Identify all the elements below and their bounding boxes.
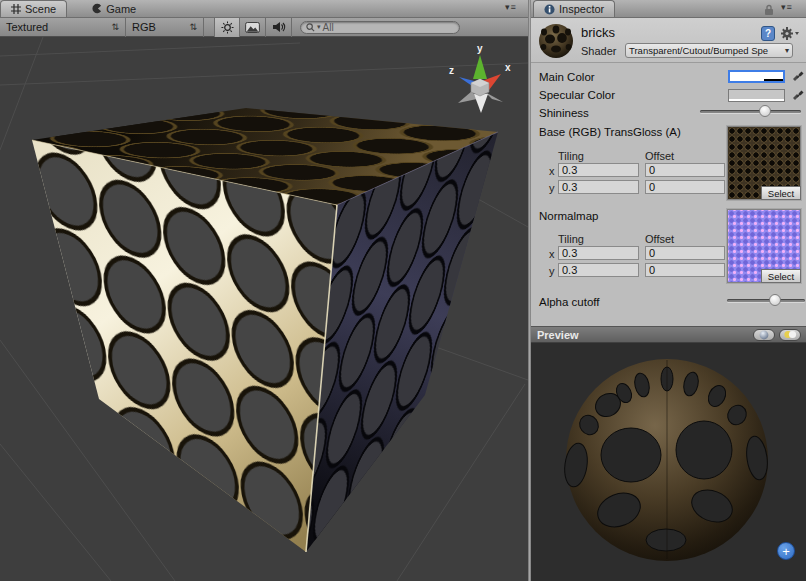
main-color-swatch[interactable]: [728, 70, 785, 83]
shininess-slider[interactable]: [700, 104, 801, 118]
base-tiling-header: Tiling: [558, 150, 584, 162]
shader-value: Transparent/Cutout/Bumped Spe: [629, 45, 768, 56]
normalmap-thumbnail[interactable]: Select: [727, 209, 801, 283]
material-header: bricks Shader Transparent/Cutout/Bumped …: [531, 18, 806, 63]
normalmap-tiling-header: Tiling: [558, 233, 584, 245]
lighting-toggle[interactable]: [214, 18, 240, 37]
material-ball-thumbnail: [537, 22, 575, 60]
base-texture-label: Base (RGB) TransGloss (A): [539, 126, 681, 138]
tab-inspector[interactable]: Inspector: [533, 0, 615, 17]
draw-mode-dropdown[interactable]: Textured ⇅: [0, 18, 126, 37]
svg-text:?: ?: [765, 28, 771, 39]
base-offset-y-field[interactable]: [645, 180, 725, 194]
base-texture-select-button[interactable]: Select: [761, 186, 801, 200]
search-filter-caret-icon: ▾: [317, 23, 321, 31]
skybox-toggle[interactable]: [240, 18, 266, 37]
color-mode-dropdown[interactable]: RGB ⇅: [126, 18, 204, 37]
gizmo-z-label: z: [449, 65, 454, 76]
preview-area[interactable]: [531, 343, 806, 581]
inspector-panel-menu-icon[interactable]: ▾≡: [781, 2, 793, 12]
alpha-cutoff-label: Alpha cutoff: [539, 296, 600, 308]
specular-color-label: Specular Color: [539, 89, 615, 101]
shader-label: Shader: [581, 45, 616, 57]
speaker-icon: [272, 21, 286, 33]
preview-sphere: [531, 343, 806, 581]
shininess-slider-thumb[interactable]: [759, 105, 771, 117]
scene-panel: Scene Game ▾≡ Textured ⇅ RGB ⇅: [0, 0, 528, 581]
specular-color-alpha-bar: [729, 99, 784, 101]
image-icon: [245, 22, 260, 33]
alpha-cutoff-slider[interactable]: [727, 293, 805, 307]
tab-game-label: Game: [106, 3, 136, 15]
search-icon: [306, 23, 315, 32]
tab-game[interactable]: Game: [81, 0, 146, 17]
color-mode-value: RGB: [132, 21, 156, 33]
main-color-label: Main Color: [539, 71, 595, 83]
normalmap-tiling-x-field[interactable]: [558, 246, 639, 260]
help-icon[interactable]: ?: [761, 26, 776, 41]
scene-toolbar: Textured ⇅ RGB ⇅: [0, 18, 528, 37]
normalmap-label: Normalmap: [539, 210, 598, 222]
base-offset-header: Offset: [645, 150, 674, 162]
tab-inspector-label: Inspector: [559, 3, 604, 15]
scene-grid-icon: [11, 4, 21, 14]
audio-toggle[interactable]: [266, 18, 292, 37]
scene-search-field[interactable]: ▾ All: [300, 21, 460, 34]
base-offset-x-field[interactable]: [645, 163, 725, 177]
preview-header[interactable]: Preview: [531, 326, 806, 343]
base-y-label: y: [549, 182, 555, 194]
base-x-label: x: [549, 165, 555, 177]
preview-title: Preview: [537, 329, 579, 341]
normalmap-offset-y-field[interactable]: [645, 263, 725, 277]
alpha-cutoff-slider-thumb[interactable]: [769, 294, 781, 306]
lock-icon[interactable]: [764, 4, 774, 16]
preview-lighting-toggle[interactable]: [779, 329, 801, 341]
gear-icon[interactable]: [780, 26, 800, 41]
shader-dropdown[interactable]: Transparent/Cutout/Bumped Spe ▾: [625, 43, 793, 58]
base-texture-thumbnail[interactable]: Select: [727, 126, 801, 200]
inspector-tabbar: Inspector ▾≡: [531, 0, 806, 18]
inspector-panel: Inspector ▾≡: [531, 0, 806, 581]
scene-viewport[interactable]: y x z: [0, 37, 528, 581]
eyedropper-icon[interactable]: [791, 69, 804, 83]
sphere-icon: [759, 330, 769, 340]
two-lights-icon: [783, 330, 797, 339]
shininess-label: Shininess: [539, 107, 589, 119]
scene-tabbar: Scene Game ▾≡: [0, 0, 528, 18]
gizmo-y-label: y: [477, 43, 483, 54]
add-button[interactable]: +: [777, 542, 795, 560]
chevron-down-icon: ▾: [785, 46, 789, 55]
tab-scene-label: Scene: [25, 3, 56, 15]
search-placeholder: All: [323, 22, 334, 33]
draw-mode-value: Textured: [6, 21, 48, 33]
tab-scene[interactable]: Scene: [0, 0, 67, 17]
game-icon: [91, 3, 102, 14]
preview-shape-toggle[interactable]: [753, 329, 775, 341]
eyedropper-icon[interactable]: [791, 88, 804, 102]
scene-3d-view: y x z: [0, 37, 528, 581]
normalmap-select-button[interactable]: Select: [761, 269, 801, 283]
normalmap-x-label: x: [549, 248, 555, 260]
updown-arrows-icon: ⇅: [189, 22, 197, 32]
material-name: bricks: [581, 25, 615, 40]
specular-color-swatch[interactable]: [728, 89, 785, 102]
unity-editor-window: Scene Game ▾≡ Textured ⇅ RGB ⇅: [0, 0, 806, 581]
sun-icon: [221, 21, 234, 34]
updown-arrows-icon: ⇅: [111, 22, 119, 32]
normalmap-y-label: y: [549, 265, 555, 277]
info-icon: [544, 4, 555, 15]
main-color-alpha-bar: [730, 79, 783, 81]
normalmap-offset-x-field[interactable]: [645, 246, 725, 260]
normalmap-tiling-y-field[interactable]: [558, 263, 639, 277]
base-tiling-y-field[interactable]: [558, 180, 639, 194]
normalmap-offset-header: Offset: [645, 233, 674, 245]
scene-panel-menu-icon[interactable]: ▾≡: [505, 2, 517, 12]
base-tiling-x-field[interactable]: [558, 163, 639, 177]
gizmo-x-label: x: [505, 62, 511, 73]
